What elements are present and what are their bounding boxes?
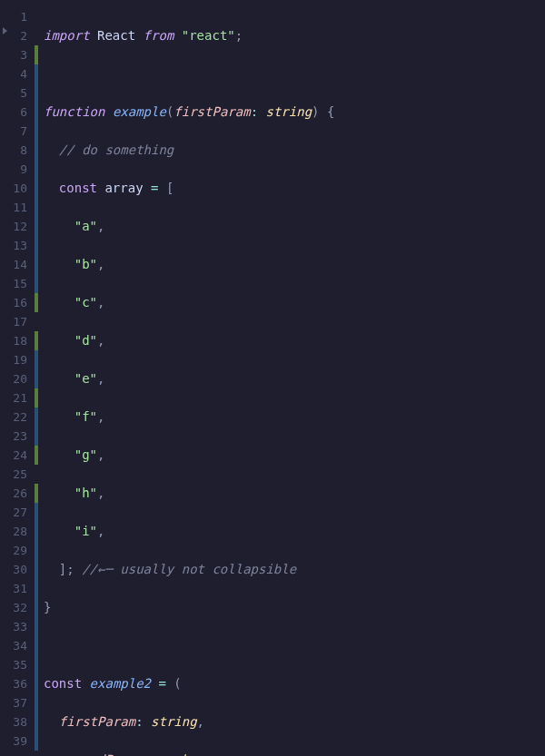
line-number[interactable]: 39 [0, 731, 35, 751]
line-number[interactable]: 32 [0, 598, 35, 617]
code-line[interactable]: "e", [44, 369, 545, 388]
code-line[interactable]: "g", [44, 446, 545, 465]
line-number[interactable]: 36 [0, 674, 35, 693]
line-number[interactable]: 24 [0, 446, 35, 465]
line-number[interactable]: 30 [0, 560, 35, 579]
code-line[interactable]: "h", [44, 484, 545, 503]
code-line[interactable]: // do something [44, 141, 545, 160]
line-number[interactable]: 14 [0, 255, 35, 274]
code-editor[interactable]: import React from "react"; function exam… [38, 0, 545, 756]
code-line[interactable]: "c", [44, 293, 545, 312]
line-number[interactable]: 22 [0, 407, 35, 427]
line-number[interactable]: 23 [0, 427, 35, 446]
line-number[interactable]: 31 [0, 579, 35, 598]
code-line[interactable]: "f", [44, 407, 545, 427]
line-number[interactable]: 38 [0, 712, 35, 731]
fold-marker-icon[interactable] [3, 27, 7, 34]
line-number[interactable]: 25 [0, 465, 35, 484]
line-number[interactable]: 19 [0, 350, 35, 369]
line-number-gutter: 1 2 3 4 5 6 7 8 9 10 11 12 13 14 15 16 1… [0, 0, 35, 756]
code-line[interactable]: const example2 = ( [44, 674, 545, 693]
line-number[interactable]: 27 [0, 503, 35, 522]
line-number[interactable]: 8 [0, 141, 35, 160]
code-line[interactable]: import React from "react"; [44, 26, 545, 45]
line-number[interactable]: 7 [0, 122, 35, 141]
code-line[interactable] [44, 64, 545, 83]
line-number[interactable]: 16 [0, 293, 35, 312]
line-number[interactable]: 26 [0, 484, 35, 503]
line-number[interactable]: 33 [0, 617, 35, 636]
line-number[interactable]: 18 [0, 331, 35, 350]
line-number[interactable]: 4 [0, 64, 35, 83]
code-line[interactable]: const array = [ [44, 179, 545, 198]
code-line[interactable]: "b", [44, 255, 545, 274]
line-number[interactable]: 29 [0, 541, 35, 560]
line-number[interactable]: 6 [0, 103, 35, 122]
line-number[interactable]: 40 [0, 751, 35, 756]
line-number[interactable]: 20 [0, 369, 35, 388]
code-line[interactable]: secondParam: number [44, 751, 545, 756]
code-line[interactable]: ]; //←─ usually not collapsible [44, 560, 545, 579]
line-number[interactable]: 12 [0, 217, 35, 236]
line-number[interactable]: 9 [0, 160, 35, 179]
line-number[interactable]: 1 [0, 7, 35, 26]
code-line[interactable]: "d", [44, 331, 545, 350]
line-number[interactable]: 21 [0, 388, 35, 407]
line-number[interactable]: 10 [0, 179, 35, 198]
code-line[interactable]: "i", [44, 522, 545, 541]
line-number[interactable]: 28 [0, 522, 35, 541]
line-number[interactable]: 15 [0, 274, 35, 293]
line-number[interactable]: 3 [0, 45, 35, 64]
code-line[interactable]: "a", [44, 217, 545, 236]
line-number[interactable]: 17 [0, 312, 35, 331]
line-number[interactable]: 35 [0, 655, 35, 674]
code-line[interactable] [44, 636, 545, 655]
code-line[interactable]: firstParam: string, [44, 712, 545, 731]
line-number[interactable]: 11 [0, 198, 35, 217]
line-number[interactable]: 34 [0, 636, 35, 655]
line-number[interactable]: 13 [0, 236, 35, 255]
line-number[interactable]: 37 [0, 693, 35, 712]
code-line[interactable]: function example(firstParam: string) { [44, 103, 545, 122]
code-line[interactable]: } [44, 598, 545, 617]
line-number[interactable]: 5 [0, 83, 35, 103]
